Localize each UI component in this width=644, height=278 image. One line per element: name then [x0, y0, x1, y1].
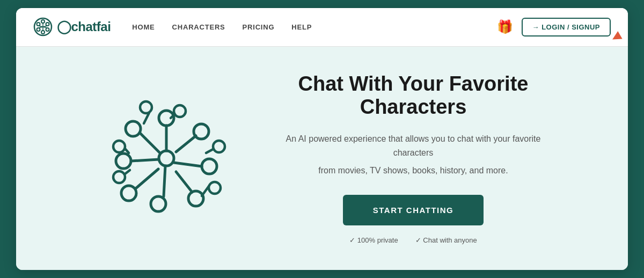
hero-subtitle2: from movies, TV shows, books, history, a…: [318, 166, 508, 175]
hero-subtitle: An AI powered experience that allows you…: [274, 132, 553, 159]
svg-line-22: [136, 169, 158, 188]
svg-line-20: [164, 166, 165, 196]
svg-point-4: [41, 31, 45, 34]
nav-help[interactable]: HELP: [291, 23, 312, 31]
svg-point-17: [188, 191, 203, 206]
hero-illustration: [91, 83, 241, 233]
header: ◯chatfai HOME CHARACTERS PRICING HELP 🎁 …: [16, 8, 628, 47]
hero-section: Chat With Your Favorite Characters An AI…: [16, 47, 628, 270]
svg-line-26: [140, 133, 160, 153]
svg-point-25: [126, 121, 141, 136]
svg-point-29: [213, 141, 225, 152]
nav-pricing[interactable]: PRICING: [243, 23, 275, 31]
svg-line-36: [125, 149, 129, 153]
login-signup-button[interactable]: → LOGIN / SIGNUP ◀: [522, 18, 611, 36]
hero-content: Chat With Your Favorite Characters An AI…: [274, 72, 553, 245]
svg-point-31: [209, 182, 221, 194]
svg-point-15: [202, 159, 217, 174]
svg-point-37: [140, 101, 152, 113]
svg-point-19: [151, 196, 166, 211]
check-icon-anyone: ✓ Chat with anyone: [415, 236, 477, 244]
start-chatting-button[interactable]: START CHATTING: [343, 195, 484, 225]
svg-line-14: [176, 136, 196, 152]
logo-icon: [33, 17, 53, 36]
hero-badges: ✓ 100% private ✓ Chat with anyone: [349, 236, 477, 244]
app-window: ◯chatfai HOME CHARACTERS PRICING HELP 🎁 …: [16, 8, 628, 270]
check-icon-private: ✓ 100% private: [349, 236, 398, 244]
svg-line-30: [206, 149, 213, 153]
svg-point-23: [116, 153, 131, 169]
svg-line-18: [176, 172, 192, 192]
badge-anyone: ✓ Chat with anyone: [415, 236, 477, 244]
svg-line-34: [125, 170, 130, 174]
svg-point-6: [37, 23, 40, 26]
svg-point-35: [113, 141, 125, 152]
badge-private: ✓ 100% private: [349, 236, 398, 244]
svg-point-21: [121, 186, 136, 201]
cursor-arrow: ◀: [609, 28, 622, 44]
gift-icon: 🎁: [497, 19, 513, 34]
svg-point-1: [41, 20, 45, 23]
svg-point-3: [46, 28, 49, 31]
svg-point-5: [37, 28, 40, 31]
hero-title: Chat With Your Favorite Characters: [274, 72, 553, 119]
svg-line-24: [131, 159, 159, 161]
main-nav: HOME CHARACTERS PRICING HELP: [132, 23, 496, 31]
svg-line-32: [202, 186, 209, 196]
logo-text: ◯chatfai: [57, 19, 111, 34]
svg-line-16: [174, 163, 202, 166]
header-right: 🎁 → LOGIN / SIGNUP ◀: [497, 18, 611, 36]
login-label: → LOGIN / SIGNUP: [532, 23, 600, 31]
svg-point-2: [46, 23, 49, 26]
logo[interactable]: ◯chatfai: [33, 17, 111, 36]
brain-network-svg: [97, 89, 236, 228]
svg-point-27: [174, 105, 186, 117]
nav-characters[interactable]: CHARACTERS: [172, 23, 225, 31]
nav-home[interactable]: HOME: [132, 23, 155, 31]
svg-point-33: [113, 171, 125, 183]
